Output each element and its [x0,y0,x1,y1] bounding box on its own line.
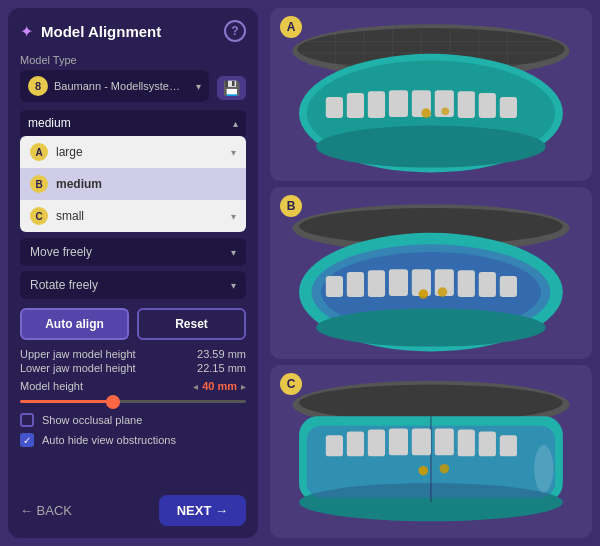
model-view-a: A [270,8,592,181]
svg-point-60 [534,445,553,493]
back-button[interactable]: ← BACK [20,503,72,518]
panel-footer: ← BACK NEXT → [20,487,246,526]
upper-jaw-label: Upper jaw model height [20,348,136,360]
show-occlusal-row[interactable]: Show occlusal plane [20,413,246,427]
model-type-badge-row: 8 Baumann - Modellsystem 2000 [28,76,192,96]
svg-point-23 [316,126,545,168]
auto-hide-checkbox[interactable]: ✓ [20,433,34,447]
size-small-label: small [56,209,84,223]
model-type-chevron: ▾ [196,81,201,92]
model-height-row: Model height ◂ 40 mm ▸ [20,380,246,392]
svg-rect-32 [347,272,364,297]
model-view-b: B [270,187,592,360]
svg-rect-20 [458,91,475,118]
model-height-value: 40 mm [202,380,237,392]
height-slider-thumb[interactable] [106,395,120,409]
svg-rect-37 [458,270,475,297]
panel-header: ✦ Model Alignment ? [20,20,246,42]
auto-hide-label: Auto hide view obstructions [42,434,176,446]
svg-point-58 [419,466,429,476]
help-button[interactable]: ? [224,20,246,42]
panel-title: Model Alignment [41,23,161,40]
reset-button[interactable]: Reset [137,308,246,340]
show-occlusal-label: Show occlusal plane [42,414,142,426]
option-badge-c: C [30,207,48,225]
svg-point-59 [440,464,450,474]
move-freely-chevron: ▾ [231,247,236,258]
upper-jaw-value: 23.59 mm [197,348,246,360]
action-buttons: Auto align Reset [20,308,246,340]
svg-point-41 [419,289,429,299]
model-height-label: Model height [20,380,187,392]
svg-point-25 [442,108,450,116]
show-occlusal-checkbox[interactable] [20,413,34,427]
size-option-large[interactable]: A large ▾ [20,136,246,168]
svg-rect-22 [500,97,517,118]
svg-rect-31 [326,276,343,297]
lower-jaw-label: Lower jaw model height [20,362,136,374]
height-slider-container [20,400,246,403]
svg-rect-56 [479,431,496,456]
move-freely-label: Move freely [30,245,92,259]
svg-rect-57 [500,435,517,456]
svg-rect-50 [347,431,364,456]
step-badge: 8 [28,76,48,96]
large-chevron: ▾ [231,147,236,158]
svg-point-44 [299,384,563,420]
svg-rect-38 [479,272,496,297]
panel-title-row: ✦ Model Alignment [20,22,161,41]
svg-rect-55 [458,429,475,456]
rotate-freely-row[interactable]: Rotate freely ▾ [20,271,246,299]
dental-model-svg-a [278,12,584,176]
rotate-freely-chevron: ▾ [231,280,236,291]
save-button[interactable]: 💾 [217,76,246,100]
lower-jaw-info: Lower jaw model height 22.15 mm [20,362,246,374]
size-current-value: medium [28,116,233,130]
svg-rect-49 [326,435,343,456]
model-height-controls: ◂ 40 mm ▸ [193,380,246,392]
svg-rect-17 [389,91,408,118]
auto-align-button[interactable]: Auto align [20,308,129,340]
svg-rect-33 [368,270,385,297]
model-type-value: Baumann - Modellsystem 2000 [54,80,184,92]
option-badge-b: B [30,175,48,193]
svg-rect-14 [326,97,343,118]
small-chevron: ▾ [231,211,236,222]
svg-rect-16 [368,91,385,118]
upper-jaw-info: Upper jaw model height 23.59 mm [20,348,246,360]
svg-rect-15 [347,93,364,118]
size-medium-label: medium [56,177,102,191]
svg-rect-51 [368,429,385,456]
svg-rect-54 [435,428,454,455]
lower-jaw-value: 22.15 mm [197,362,246,374]
move-freely-row[interactable]: Move freely ▾ [20,238,246,266]
size-dropdown: A large ▾ B medium C small ▾ [20,136,246,232]
size-large-label: large [56,145,83,159]
right-panel: A [266,0,600,546]
view-badge-a: A [280,16,302,38]
svg-point-40 [316,308,545,346]
svg-point-42 [438,287,448,297]
svg-rect-53 [412,428,431,455]
height-decrease-button[interactable]: ◂ [193,381,198,392]
height-slider-track [20,400,246,403]
wand-icon: ✦ [20,22,33,41]
view-badge-b: B [280,195,302,217]
next-button[interactable]: NEXT → [159,495,246,526]
svg-rect-52 [389,428,408,455]
size-option-medium[interactable]: B medium [20,168,246,200]
left-panel: ✦ Model Alignment ? Model Type 8 Baumann… [8,8,258,538]
height-increase-button[interactable]: ▸ [241,381,246,392]
dental-model-svg-c [278,370,584,534]
svg-point-24 [421,109,431,119]
model-view-c: C [270,365,592,538]
model-type-label: Model Type [20,54,246,66]
size-chevron[interactable]: ▴ [233,118,238,129]
svg-rect-21 [479,93,496,118]
size-option-small[interactable]: C small ▾ [20,200,246,232]
svg-rect-34 [389,269,408,296]
auto-hide-row[interactable]: ✓ Auto hide view obstructions [20,433,246,447]
checkmark-icon: ✓ [23,435,31,446]
dental-model-svg-b [278,191,584,355]
model-type-dropdown[interactable]: 8 Baumann - Modellsystem 2000 ▾ [20,70,209,102]
